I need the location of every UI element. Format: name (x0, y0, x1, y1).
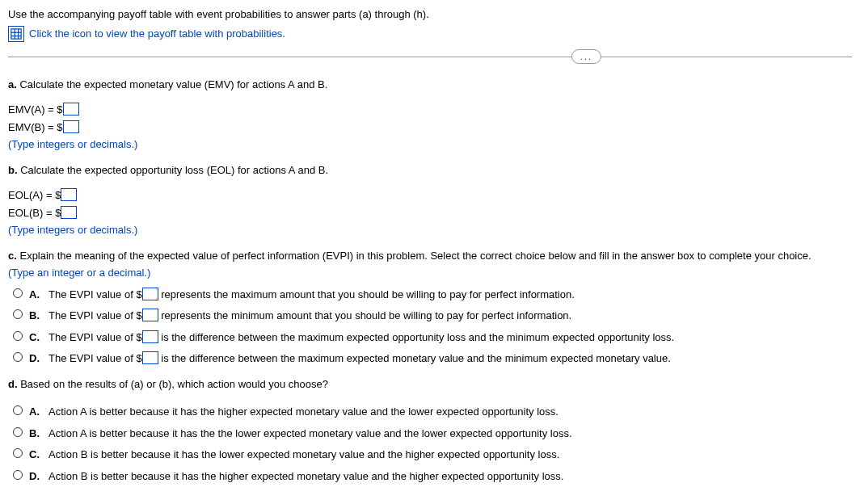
choice-label: D. (29, 468, 42, 485)
evpi-input-a[interactable] (142, 288, 158, 300)
evpi-input-b[interactable] (142, 309, 158, 321)
choice-post: represents the maximum amount that you s… (158, 288, 575, 300)
part-d-prompt: d. Based on the results of (a) or (b), w… (8, 376, 852, 393)
table-icon[interactable] (8, 26, 24, 42)
choice-pre: The EVPI value of $ (48, 331, 142, 343)
emv-b-label: EMV(B) = $ (8, 121, 63, 133)
part-b-prompt: b. Calculate the expected opportunity lo… (8, 162, 852, 178)
part-b-label: b. (8, 164, 18, 176)
choice-pre: The EVPI value of $ (48, 288, 142, 300)
eol-a-line: EOL(A) = $ (8, 187, 852, 204)
part-b-hint: (Type integers or decimals.) (8, 222, 852, 238)
choice-pre: The EVPI value of $ (48, 309, 142, 321)
choice-text: The EVPI value of $ represents the minim… (48, 308, 571, 324)
choice-post: is the difference between the maximum ex… (158, 352, 671, 364)
part-a-prompt: a. Calculate the expected monetary value… (8, 77, 852, 93)
radio-icon[interactable] (13, 470, 23, 480)
emv-b-input[interactable] (63, 120, 79, 133)
choice-d-c[interactable]: C. Action B is better because it has the… (13, 446, 852, 463)
choice-post: is the difference between the maximum ex… (158, 331, 675, 343)
part-d-label: d. (8, 378, 18, 390)
radio-icon[interactable] (13, 331, 23, 341)
part-a-hint: (Type integers or decimals.) (8, 136, 852, 153)
choice-d-d[interactable]: D. Action B is better because it has the… (13, 468, 852, 485)
radio-icon[interactable] (13, 427, 23, 437)
eol-a-label: EOL(A) = $ (8, 189, 61, 201)
eol-b-line: EOL(B) = $ (8, 205, 852, 221)
choice-c-b[interactable]: B. The EVPI value of $ represents the mi… (13, 307, 852, 324)
choice-c-a[interactable]: A. The EVPI value of $ represents the ma… (13, 286, 852, 303)
choice-label: A. (29, 287, 42, 303)
part-d: d. Based on the results of (a) or (b), w… (8, 376, 852, 485)
radio-icon[interactable] (13, 405, 23, 415)
choice-d-b[interactable]: B. Action A is better because it has the… (13, 425, 852, 442)
choice-post: represents the minimum amount that you s… (158, 309, 572, 321)
evpi-input-c[interactable] (142, 330, 158, 343)
choice-text: The EVPI value of $ is the difference be… (48, 330, 674, 346)
ellipsis-badge[interactable]: ... (571, 49, 601, 64)
emv-b-line: EMV(B) = $ (8, 120, 852, 136)
part-a: a. Calculate the expected monetary value… (8, 77, 852, 153)
emv-a-line: EMV(A) = $ (8, 102, 852, 118)
part-c: c. Explain the meaning of the expected v… (8, 248, 852, 367)
part-a-text: Calculate the expected monetary value (E… (17, 78, 327, 90)
part-c-prompt: c. Explain the meaning of the expected v… (8, 248, 852, 264)
choice-text: The EVPI value of $ represents the maxim… (48, 287, 575, 303)
radio-icon[interactable] (13, 309, 23, 319)
divider (8, 57, 852, 57)
choice-pre: The EVPI value of $ (48, 352, 142, 364)
svg-rect-0 (11, 28, 21, 38)
part-a-label: a. (8, 78, 17, 90)
choice-c-d[interactable]: D. The EVPI value of $ is the difference… (13, 350, 852, 367)
divider-container: ... (8, 57, 852, 57)
emv-a-input[interactable] (63, 103, 79, 116)
choice-label: D. (29, 351, 42, 367)
radio-icon[interactable] (13, 352, 23, 362)
evpi-input-d[interactable] (142, 351, 158, 364)
part-d-text: Based on the results of (a) or (b), whic… (18, 378, 328, 390)
payoff-table-link-row: Click the icon to view the payoff table … (8, 26, 852, 42)
choice-label: C. (29, 330, 42, 346)
problem-intro: Use the accompanying payoff table with e… (8, 6, 852, 23)
part-c-text: Explain the meaning of the expected valu… (17, 250, 812, 262)
part-c-hint: (Type an integer or a decimal.) (8, 265, 852, 281)
eol-b-label: EOL(B) = $ (8, 207, 61, 219)
choice-text: Action B is better because it has the hi… (48, 468, 563, 485)
eol-a-input[interactable] (61, 188, 77, 201)
radio-icon[interactable] (13, 448, 23, 458)
part-b-text: Calculate the expected opportunity loss … (18, 164, 328, 176)
choice-label: B. (29, 426, 42, 442)
part-b: b. Calculate the expected opportunity lo… (8, 162, 852, 238)
choice-label: A. (29, 404, 42, 420)
radio-icon[interactable] (13, 288, 23, 298)
emv-a-label: EMV(A) = $ (8, 103, 63, 116)
choice-text: Action B is better because it has the lo… (48, 447, 559, 463)
choice-text: Action A is better because it has the hi… (48, 404, 559, 420)
part-d-choices: A. Action A is better because it has the… (8, 403, 852, 484)
choice-text: The EVPI value of $ is the difference be… (48, 351, 671, 367)
choice-label: C. (29, 447, 42, 463)
choice-label: B. (29, 308, 42, 324)
choice-text: Action A is better because it has the th… (48, 426, 572, 442)
part-c-label: c. (8, 250, 17, 262)
payoff-table-link[interactable]: Click the icon to view the payoff table … (29, 26, 285, 42)
choice-c-c[interactable]: C. The EVPI value of $ is the difference… (13, 329, 852, 346)
choice-d-a[interactable]: A. Action A is better because it has the… (13, 403, 852, 420)
eol-b-input[interactable] (61, 206, 77, 219)
